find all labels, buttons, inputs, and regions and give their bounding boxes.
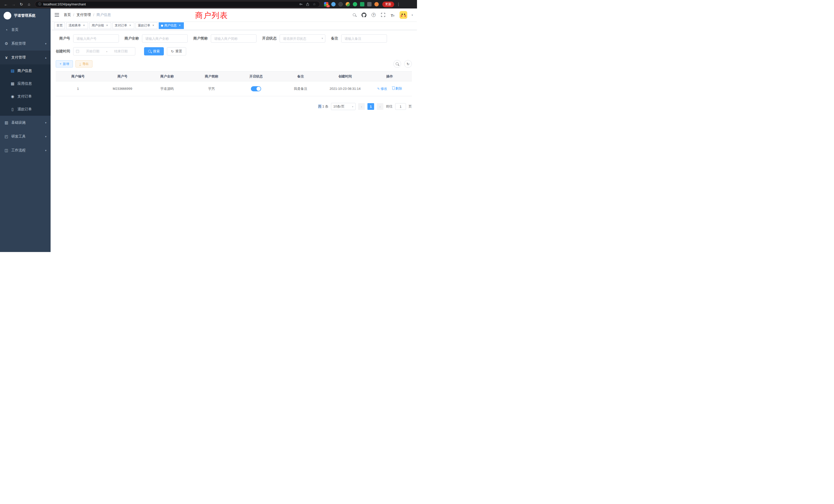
sidebar-toggle-icon[interactable] [55,15,59,15]
filter-create-time: 创建时间 开始日期 - 结束日期 [56,47,135,55]
short-name-label: 商户简称 [193,36,211,41]
extension-icon[interactable] [360,2,364,6]
sidebar-item-pay-order[interactable]: ◉ 支付订单 [0,90,50,103]
filter-row-1: 商户号 商户全称 商户简称 开启状态 ▾ 备注 [56,35,412,43]
add-button[interactable]: + 新增 [56,60,73,68]
extension-icon[interactable] [353,2,357,6]
sidebar-item-payment[interactable]: ¥ 支付管理 ▴ [0,50,50,64]
tab-user-group[interactable]: 用户分组 × [89,22,111,29]
full-name-label: 商户全称 [125,36,142,41]
merchant-no-label: 商户号 [56,36,73,41]
font-size-icon[interactable]: TT [390,12,395,18]
extension-icon[interactable] [331,2,336,6]
search-button-label: 搜索 [153,49,160,54]
chevron-up-icon: ▴ [45,56,46,59]
back-button[interactable]: ← [3,1,9,8]
cell-merchant-id: 1 [56,81,100,96]
extension-badge: 10 [326,5,330,7]
share-icon[interactable] [305,2,310,7]
extension-icon[interactable] [338,2,343,6]
edit-link[interactable]: ✎ 修改 [377,87,387,91]
tab-process-form[interactable]: 流程表单 × [66,22,88,29]
sidebar-item-refund-order[interactable]: ▯ 退款订单 [0,103,50,116]
extension-icon[interactable] [346,2,350,6]
status-toggle[interactable] [251,86,261,91]
home-button[interactable]: ⌂ [26,1,32,8]
tab-label: 用户分组 [92,23,104,28]
search-button[interactable]: 搜索 [144,47,164,55]
url-text[interactable]: localhost:1024/pay/merchant [43,3,297,6]
sidebar-item-infrastructure[interactable]: ▥ 基础设施 ▾ [0,116,50,130]
user-avatar[interactable] [399,11,407,19]
tab-pay-order[interactable]: 支付订单 × [112,22,134,29]
search-icon[interactable] [352,12,357,18]
right-toolbar: ↻ [393,60,412,68]
short-name-input[interactable] [211,35,257,43]
sidebar-item-label: 基础设施 [11,120,26,125]
sidebar-item-label: 支付管理 [11,55,26,60]
browser-update-button[interactable]: 更新 [382,2,394,7]
breadcrumb-payment[interactable]: 支付管理 [76,13,91,17]
export-button[interactable]: ↓ 导出 [75,60,92,68]
bookmark-star-icon[interactable]: ☆ [312,2,316,7]
address-bar[interactable]: ⓘ localhost:1024/pay/merchant ☆ [35,1,320,7]
prev-page-button[interactable]: ‹ [358,103,365,110]
breadcrumb-separator: / [93,13,94,17]
close-icon[interactable]: × [128,24,132,27]
fullscreen-icon[interactable] [380,12,386,18]
sidebar-item-devtools[interactable]: ◰ 研发工具 ▾ [0,130,50,143]
forward-button[interactable]: → [10,1,17,8]
reload-button[interactable]: ↻ [18,1,25,8]
sidebar-item-merchant-info[interactable]: ▤ 商户信息 [0,64,50,77]
tab-merchant-info[interactable]: 商户信息 × [159,22,184,29]
delete-link[interactable]: 删除 [392,86,402,91]
create-time-range-picker[interactable]: 开始日期 - 结束日期 [73,47,135,55]
sidebar-item-label: 系统管理 [11,41,26,46]
sidebar: 芋道管理系统 ◔ 首页 ⚙ 系统管理 ▾ ¥ 支付管理 ▴ ▤ 商户信息 ▦ 应… [0,8,50,252]
end-date-placeholder[interactable]: 结束日期 [109,49,132,54]
password-key-icon[interactable] [299,2,303,7]
top-navbar: 首页 / 支付管理 / 商户信息 商户列表 ? TT ▾ [50,8,417,21]
next-page-button[interactable]: › [377,103,383,110]
delete-label: 删除 [395,86,402,91]
sidebar-item-label: 支付订单 [18,94,32,99]
page-1-button[interactable]: 1 [368,103,374,110]
start-date-placeholder[interactable]: 开始日期 [81,49,104,54]
tab-refund-order[interactable]: 退款订单 × [136,22,157,29]
close-icon[interactable]: × [152,24,155,27]
breadcrumb-home[interactable]: 首页 [64,13,71,17]
tab-home[interactable]: 首页 [54,22,65,29]
close-icon[interactable]: × [105,24,109,27]
page-annotation: 商户列表 [195,10,228,21]
refresh-table-button[interactable]: ↻ [404,60,412,68]
sidebar-item-app-info[interactable]: ▦ 应用信息 [0,77,50,90]
close-icon[interactable]: × [82,24,86,27]
full-name-input[interactable] [142,35,188,43]
dashboard-icon: ◔ [4,28,9,32]
remark-input[interactable] [341,35,387,43]
cell-merchant-no: M233666999 [100,81,145,96]
profile-avatar-icon[interactable] [374,2,379,6]
sidebar-item-home[interactable]: ◔ 首页 [0,23,50,37]
github-icon[interactable] [361,12,367,18]
breadcrumb: 首页 / 支付管理 / 商户信息 [64,13,111,17]
filter-merchant-no: 商户号 [56,35,119,43]
app-logo[interactable]: 芋道管理系统 [0,8,50,23]
toggle-search-button[interactable] [393,60,401,68]
filter-remark: 备注 [331,35,387,43]
sidebar-item-system[interactable]: ⚙ 系统管理 ▾ [0,37,50,50]
reset-button[interactable]: ↻ 重置 [167,47,186,55]
browser-menu-icon[interactable]: ⋮ [396,2,401,7]
merchant-no-input[interactable] [73,35,119,43]
help-icon[interactable]: ? [371,12,376,18]
sidebar-item-workflow[interactable]: ◫ 工作流程 ▾ [0,143,50,157]
page-size-value: 10条/页 [333,104,345,109]
site-info-icon[interactable]: ⓘ [38,2,41,6]
close-icon[interactable]: × [178,24,181,27]
status-select[interactable] [280,35,325,43]
page-size-select[interactable]: 10条/页 ▾ [331,103,356,110]
goto-page-input[interactable] [395,103,406,110]
extension-icon[interactable] [367,2,372,6]
user-menu-caret-icon[interactable]: ▾ [412,14,413,17]
extension-grid-icon[interactable]: 10 [324,2,328,6]
